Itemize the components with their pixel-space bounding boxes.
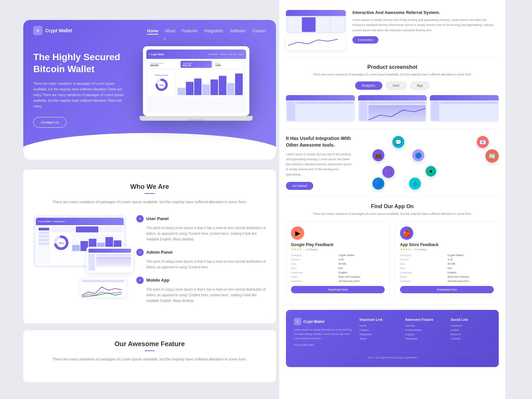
feature-mobile-app: ✓ Mobile App The point of using Lorem Ip…: [136, 277, 266, 304]
laptop-mockup: ◊ Crypt Wallet Dashboard Deposit Sign Up…: [143, 46, 249, 116]
get-started-button[interactable]: Get Started: [286, 182, 313, 190]
feature-mobile-app-title: Mobile App: [146, 278, 170, 283]
nav-contact[interactable]: Contact: [252, 29, 266, 33]
apple-download-button[interactable]: Download Now: [400, 286, 494, 293]
product-tabs: Analytics User App: [286, 81, 499, 90]
check-icon: ✓: [136, 215, 144, 222]
footer-link-security[interactable]: Security: [405, 324, 445, 327]
google-play-card: ▶ Google Play Feedback ★★★★☆ 4.3 Rating …: [286, 221, 390, 298]
referral-text: Interactive And Awesome Referral System.…: [352, 10, 499, 51]
tab-app[interactable]: App: [410, 81, 430, 90]
footer-col-title-2: Awesome Feature: [405, 318, 445, 322]
footer-link-home[interactable]: Home: [359, 324, 400, 327]
who-features: ✓ User Panel The point of using Lorem Ip…: [136, 215, 266, 310]
who-content: ◊ Crypt Wallet — Dashboard: [33, 215, 266, 310]
know-more-button[interactable]: Know More: [352, 36, 378, 44]
apple-store-rating: ★★★★☆ 4.3 Rating: [400, 248, 494, 251]
integration-section: It Has Useful Integration With Other Awe…: [286, 129, 499, 197]
footer-copyright: 2017-Link Right Reserved By CryptWallet: [294, 352, 491, 359]
nav-integration[interactable]: Integration: [204, 29, 223, 33]
hero-content: The Highly Secured Bitcoin Wallet There …: [23, 41, 276, 154]
integration-icon-3: 💼: [372, 149, 384, 161]
nav-about[interactable]: About: [165, 29, 175, 33]
referral-title: Interactive And Awesome Referral System.: [352, 10, 499, 15]
integration-icon-8: 🔵: [372, 178, 384, 190]
footer-link-dribble[interactable]: Dribble: [451, 329, 491, 332]
integration-icons: 💬 📧 💼 🔵 📰 💜 ● 🔵 🔷: [359, 136, 499, 189]
donut-chart: Withdrawal Status 75%: [148, 70, 175, 96]
google-details: Category: Crypto Wallet Version: 3.45 Si…: [291, 254, 385, 283]
footer-logo-icon: ◊: [294, 318, 301, 325]
integration-description: Lorem ipsum is simply dummy text of the …: [286, 152, 352, 177]
bar-chart: [176, 70, 244, 96]
product-screens: [286, 95, 499, 122]
tab-user[interactable]: User: [386, 81, 407, 90]
footer-link-support[interactable]: Support: [405, 333, 445, 336]
awesome-title: Our Awesome Feature: [33, 340, 266, 348]
store-cards: ▶ Google Play Feedback ★★★★☆ 4.3 Rating …: [286, 221, 499, 298]
referral-description: Lorem ipsum is simply dummy text of the …: [352, 18, 499, 33]
appstore-title: Find Our App On: [286, 203, 499, 209]
footer-link-feature[interactable]: Feature: [359, 329, 400, 332]
contact-us-button[interactable]: Contact Us: [33, 117, 66, 128]
footer-brand-name: Crypt Wallet: [303, 320, 325, 324]
who-subtitle: There are many variations of passages of…: [33, 199, 266, 205]
check-icon-2: ✓: [136, 249, 144, 256]
who-title: Who We Are: [33, 183, 266, 191]
product-screen-2: [358, 95, 427, 122]
apple-store-card: 🍎 App Store Feedback ★★★★☆ 4.3 Rating Ca…: [395, 221, 499, 298]
logo-text: Crypt Wallet: [45, 28, 72, 33]
screen-logo: ◊ Crypt Wallet: [149, 53, 164, 56]
footer-grid: ◊ Crypt Wallet Lorem ipsum is simply dum…: [294, 318, 491, 346]
apple-store-name: App Store Feedback: [400, 242, 494, 247]
footer-link-integration-f[interactable]: Integration: [405, 337, 445, 340]
google-rating-count: 4.3 Rating: [305, 248, 317, 251]
feature-mobile-app-desc: The point of using Lorem Ipsum is that i…: [136, 287, 266, 304]
feature-admin-panel: ✓ Admin Panel The point of using Lorem I…: [136, 249, 266, 270]
feature-admin-panel-desc: The point of using Lorem Ipsum is that i…: [136, 259, 266, 270]
awesome-subtitle: There are many variations of passages of…: [33, 356, 266, 362]
right-panel: Interactive And Awesome Referral System.…: [279, 0, 505, 399]
apple-details: Category: Crypto Wallet Version: 3.45 Si…: [400, 254, 494, 283]
footer-brand-description: Lorem ipsum is simply dummy text of the …: [294, 328, 354, 340]
appstore-description: There are many variations of passages of…: [286, 211, 499, 216]
integration-icon-5: 📰: [485, 149, 499, 163]
logo: ◊ Crypt Wallet: [33, 26, 72, 35]
feature-user-panel: ✓ User Panel The point of using Lorem Ip…: [136, 215, 266, 242]
tab-analytics[interactable]: Analytics: [355, 81, 382, 90]
stat-card-3: Profit +12%: [213, 61, 244, 68]
nav-features[interactable]: Features: [182, 29, 198, 33]
google-stars: ★★★★☆: [291, 248, 304, 251]
apple-store-icon: 🍎: [400, 226, 413, 240]
who-we-are-section: Who We Are There are many variations of …: [23, 170, 276, 324]
referral-section: Interactive And Awesome Referral System.…: [286, 7, 499, 58]
integration-icon-4: 🔵: [412, 149, 424, 161]
footer-link-linkedin[interactable]: LinkedIn: [451, 337, 491, 340]
stat-card-1: Withdrawal Status $24,521: [148, 61, 179, 68]
product-title: Product screenshot: [286, 64, 499, 70]
product-screen-3: [430, 95, 499, 122]
footer-link-behance[interactable]: Behance: [451, 333, 491, 336]
product-screen-1: [286, 95, 355, 122]
hero-description: There are many variations of passages of…: [33, 81, 126, 109]
navbar: ◊ Crypt Wallet Home About Features Integ…: [23, 20, 276, 41]
nav-home[interactable]: Home: [147, 29, 158, 35]
nav-software[interactable]: Software: [230, 29, 245, 33]
integration-icon-1: 💬: [392, 136, 404, 148]
nav-links: Home About Features Integration Software…: [147, 28, 266, 34]
footer-link-integration[interactable]: Integration: [359, 333, 400, 336]
svg-text:75%: 75%: [159, 84, 164, 86]
google-download-button[interactable]: Download Now: [291, 286, 385, 293]
laptop-base: [140, 116, 253, 121]
apple-rating-count: 4.3 Rating: [414, 248, 426, 251]
feature-user-panel-title: User Panel: [146, 216, 169, 221]
integration-title: It Has Useful Integration With Other Awe…: [286, 135, 352, 148]
google-play-rating: ★★★★☆ 4.3 Rating: [291, 248, 385, 251]
check-icon-3: ✓: [136, 277, 144, 284]
footer-brand-col: ◊ Crypt Wallet Lorem ipsum is simply dum…: [294, 318, 354, 346]
footer-link-facebook[interactable]: Facebook: [451, 324, 491, 327]
integration-icon-9: 🔷: [409, 178, 421, 190]
footer-link-about[interactable]: About: [359, 337, 400, 340]
feature-admin-panel-title: Admin Panel: [146, 250, 173, 255]
footer-link-customization[interactable]: Customization: [405, 329, 445, 332]
